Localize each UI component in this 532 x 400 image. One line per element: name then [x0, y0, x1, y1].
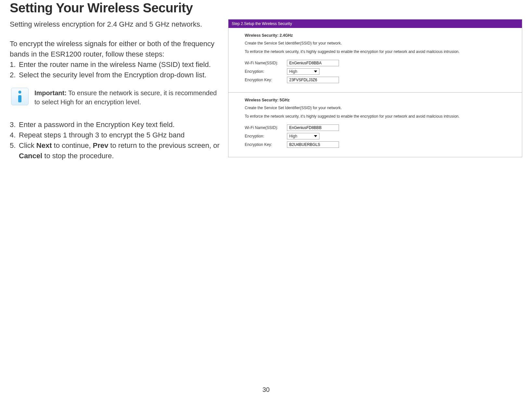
step-text: Click Next to continue, Prev to return t…: [19, 140, 220, 161]
important-text: Important: To ensure the network is secu…: [34, 88, 219, 107]
encryption-select-24[interactable]: High: [287, 68, 319, 75]
cancel-label: Cancel: [19, 152, 42, 160]
section-desc1-5: Create the Service Set Identifier(SSID) …: [245, 106, 512, 110]
prev-label: Prev: [93, 141, 108, 149]
page-title: Setting Your Wireless Security: [10, 0, 522, 19]
step-4: 4. Repeat steps 1 through 3 to encrypt t…: [10, 130, 220, 140]
label-encryption-24: Encryption:: [245, 69, 287, 74]
wizard-panel: Step 2.Setup the Wireless Security Wirel…: [228, 19, 522, 157]
instructions-column: Setting wireless encryption for 2.4 GHz …: [10, 19, 220, 161]
step-3: 3. Enter a password in the Encryption Ke…: [10, 120, 220, 130]
step-number: 4.: [10, 130, 19, 140]
label-encryption-5: Encryption:: [245, 134, 287, 138]
section-title-5: Wireless Security: 5GHz: [245, 98, 512, 102]
steps-group-b: 3. Enter a password in the Encryption Ke…: [10, 120, 220, 161]
label-ssid-5: Wi-Fi Name(SSID):: [245, 125, 287, 130]
row-key-5: Encryption Key:: [245, 141, 512, 148]
important-label: Important:: [34, 89, 67, 97]
label-key-5: Encryption Key:: [245, 142, 287, 147]
next-label: Next: [36, 141, 52, 149]
section-desc2-24: To enforce the network security, it's hi…: [245, 49, 512, 54]
step-5: 5. Click Next to continue, Prev to retur…: [10, 140, 220, 161]
wizard-header: Step 2.Setup the Wireless Security: [228, 19, 522, 28]
step-1: 1. Enter the router name in the wireless…: [10, 59, 220, 70]
step-2: 2. Select the security level from the En…: [10, 70, 220, 80]
row-ssid-5: Wi-Fi Name(SSID):: [245, 124, 512, 131]
page-number: 30: [262, 386, 269, 394]
step-text: Enter the router name in the wireless Na…: [19, 59, 211, 70]
step-number: 2.: [10, 70, 19, 80]
ssid-input-5[interactable]: [287, 124, 339, 131]
chevron-down-icon: [314, 71, 317, 72]
intro-text: To encrypt the wireless signals for eith…: [10, 39, 220, 59]
step5-pre: Click: [19, 141, 36, 149]
key-input-5[interactable]: [287, 141, 339, 148]
step-number: 3.: [10, 120, 19, 130]
step-number: 1.: [10, 59, 19, 70]
wizard-screenshot: Step 2.Setup the Wireless Security Wirel…: [228, 19, 522, 157]
step-text: Select the security level from the Encry…: [19, 70, 206, 80]
section-desc2-5: To enforce the network security, it's hi…: [245, 114, 512, 119]
row-ssid-24: Wi-Fi Name(SSID):: [245, 60, 512, 66]
chevron-down-icon: [314, 135, 317, 137]
row-encryption-5: Encryption: High: [245, 133, 512, 139]
label-ssid-24: Wi-Fi Name(SSID):: [245, 61, 287, 65]
step5-post: to stop the procedure.: [42, 152, 114, 160]
step5-mid2: to return to the previous screen, or: [108, 141, 219, 149]
important-callout: Important: To ensure the network is secu…: [10, 84, 220, 110]
section-title-24: Wireless Security: 2.4GHz: [245, 33, 512, 38]
steps-group-a: 1. Enter the router name in the wireless…: [10, 59, 220, 80]
encryption-value-24: High: [289, 69, 297, 74]
encryption-value-5: High: [289, 134, 297, 138]
encryption-select-5[interactable]: High: [287, 133, 319, 139]
subtitle: Setting wireless encryption for 2.4 GHz …: [10, 19, 220, 30]
step5-mid1: to continue,: [52, 141, 93, 149]
section-desc1-24: Create the Service Set Identifier(SSID) …: [245, 41, 512, 45]
step-number: 5.: [10, 140, 19, 161]
step-text: Enter a password in the Encryption Key t…: [19, 120, 175, 130]
section-5ghz: Wireless Security: 5GHz Create the Servi…: [228, 92, 522, 157]
info-icon: [11, 88, 29, 105]
section-24ghz: Wireless Security: 2.4GHz Create the Ser…: [228, 28, 522, 92]
ssid-input-24[interactable]: [287, 60, 339, 66]
row-encryption-24: Encryption: High: [245, 68, 512, 75]
key-input-24[interactable]: [287, 77, 339, 83]
label-key-24: Encryption Key:: [245, 78, 287, 82]
row-key-24: Encryption Key:: [245, 77, 512, 83]
step-text: Repeat steps 1 through 3 to encrypt the …: [19, 130, 185, 140]
content-columns: Setting wireless encryption for 2.4 GHz …: [10, 19, 522, 161]
